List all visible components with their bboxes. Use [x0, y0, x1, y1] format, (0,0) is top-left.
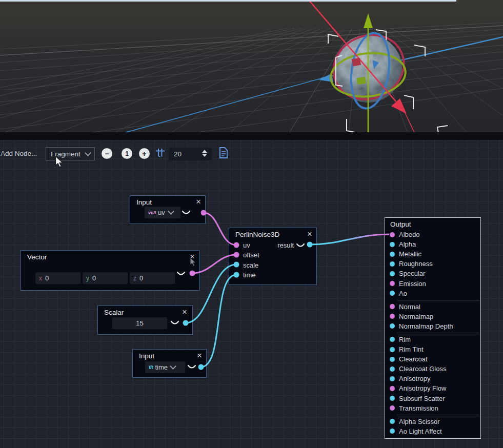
output-group-separator — [397, 300, 479, 300]
port-label: Clearcoat Gloss — [399, 365, 446, 373]
node-input-time[interactable]: Input × flt time — [132, 349, 207, 378]
3d-scene — [0, 0, 503, 132]
expand-port-icon[interactable] — [176, 271, 186, 277]
port-label: Albedo — [399, 231, 419, 238]
snap-toggle-icon[interactable] — [155, 148, 165, 158]
output-port-row: Clearcoat — [385, 354, 480, 364]
node-vector[interactable]: Vector × x 0 y 0 z 0 — [21, 250, 199, 291]
3d-viewport[interactable] — [0, 0, 503, 132]
top-window-strip — [0, 0, 456, 2]
add-node-button[interactable]: Add Node... — [1, 150, 37, 157]
close-node-icon[interactable]: × — [190, 252, 195, 261]
port-label: Anisotropy — [399, 375, 430, 382]
vector-z-field[interactable]: z 0 — [130, 272, 175, 284]
port-rim[interactable] — [390, 337, 395, 342]
port-label: Alpha Scissor — [399, 418, 439, 425]
port-alpha-scissor[interactable] — [390, 419, 395, 424]
output-port-row: Metallic — [385, 249, 480, 259]
perlin-input-row: time — [229, 270, 316, 280]
close-node-icon[interactable]: × — [197, 351, 202, 360]
y-value: 0 — [92, 274, 96, 282]
node-output[interactable]: Output AlbedoAlphaMetallicRoughnessSpecu… — [385, 217, 481, 439]
port-roughness[interactable] — [390, 261, 395, 267]
chevron-down-icon — [85, 150, 91, 156]
expand-port-icon[interactable] — [187, 364, 196, 370]
port-subsurf-scatter[interactable] — [390, 396, 395, 401]
plane-handle-y[interactable] — [356, 77, 366, 85]
port-normal[interactable] — [390, 304, 395, 309]
output-port-row: Specular — [385, 269, 480, 278]
port-metallic[interactable] — [390, 252, 395, 257]
expand-port-icon[interactable] — [182, 210, 191, 216]
x-value: 0 — [45, 274, 49, 282]
port-label: Roughness — [399, 260, 433, 268]
perlin-input-row: offset — [229, 250, 316, 260]
scalar-value-field[interactable]: 15 — [112, 317, 167, 329]
input-type-dropdown[interactable]: vc3 uv — [145, 207, 180, 218]
result-port-label: result — [277, 241, 294, 249]
output-port-row: Anisotropy Flow — [385, 383, 480, 393]
port-label: Normalmap — [399, 313, 433, 320]
output-group-separator — [397, 415, 479, 415]
port-albedo[interactable] — [390, 232, 395, 237]
close-node-icon[interactable]: × — [196, 197, 201, 206]
node-input-uv[interactable]: Input × vc3 uv — [130, 195, 206, 224]
zoom-in-button[interactable]: + — [139, 148, 150, 159]
output-port-row: Transmission — [385, 403, 480, 413]
port-anisotropy[interactable] — [390, 376, 395, 381]
output-port-row: Alpha Scissor — [385, 417, 480, 426]
shader-script-icon[interactable] — [219, 147, 228, 158]
spinbox-updown-icon[interactable] — [202, 150, 207, 157]
node-title: Scalar — [104, 309, 124, 316]
close-node-icon[interactable]: × — [307, 230, 312, 238]
port-clearcoat-gloss[interactable] — [390, 366, 395, 372]
port-rim-tint[interactable] — [390, 347, 395, 352]
snap-step-spinbox[interactable]: 20 — [169, 148, 212, 160]
input-type-dropdown[interactable]: flt time — [145, 361, 185, 373]
z-value: 0 — [139, 274, 143, 282]
type-badge: flt — [149, 365, 153, 370]
port-alpha[interactable] — [390, 242, 395, 247]
output-port-row: Clearcoat Gloss — [385, 364, 480, 374]
port-normalmap-depth[interactable] — [390, 323, 395, 329]
node-title: Vector — [27, 253, 47, 261]
zoom-reset-button[interactable]: 1 — [122, 148, 132, 159]
output-port-row: Ao — [385, 289, 480, 298]
shader-mode-dropdown[interactable]: Fragment — [46, 147, 95, 160]
scalar-value: 15 — [136, 319, 143, 327]
output-port-row: Ao Light Affect — [385, 426, 480, 436]
node-scalar[interactable]: Scalar × 15 — [97, 306, 193, 335]
port-specular[interactable] — [390, 271, 395, 276]
port-transmission[interactable] — [390, 405, 395, 411]
port-anisotropy-flow[interactable] — [390, 386, 395, 391]
port-ao-light-affect[interactable] — [390, 429, 395, 434]
port-label: Subsurf Scatter — [399, 395, 445, 402]
vector-x-field[interactable]: x 0 — [35, 272, 81, 284]
port-label: Specular — [399, 270, 425, 277]
output-port-row: Subsurf Scatter — [385, 394, 480, 403]
node-title: Input — [136, 198, 152, 206]
output-port-row: Albedo — [385, 230, 480, 239]
output-port-row: Normalmap Depth — [385, 321, 480, 331]
zoom-out-button[interactable]: − — [102, 148, 112, 159]
expand-port-icon[interactable] — [296, 243, 305, 249]
plane-handle-x[interactable] — [352, 58, 361, 67]
port-ao[interactable] — [390, 291, 395, 296]
vector-y-field[interactable]: y 0 — [83, 272, 128, 284]
output-port-row: Roughness — [385, 259, 480, 269]
port-label: scale — [243, 261, 258, 269]
port-label: Emission — [399, 280, 426, 288]
shader-mode-label: Fragment — [51, 150, 81, 158]
output-port-list: AlbedoAlphaMetallicRoughnessSpecularEmis… — [385, 230, 480, 436]
godot-shader-editor: { "colors":{"pink":"#d678dc","cyan":"#5b… — [0, 0, 503, 448]
port-clearcoat[interactable] — [390, 357, 395, 362]
expand-port-icon[interactable] — [170, 320, 179, 326]
port-label: Rim — [399, 336, 411, 343]
port-label: uv — [243, 241, 250, 249]
viewport-editor-divider[interactable] — [0, 132, 503, 140]
port-label: Normal — [399, 303, 420, 311]
close-node-icon[interactable]: × — [182, 308, 187, 316]
port-normalmap[interactable] — [390, 314, 395, 319]
node-perlinnoise3d[interactable]: PerlinNoise3D × uvoffsetscaletime result — [229, 228, 317, 285]
port-emission[interactable] — [390, 281, 395, 286]
